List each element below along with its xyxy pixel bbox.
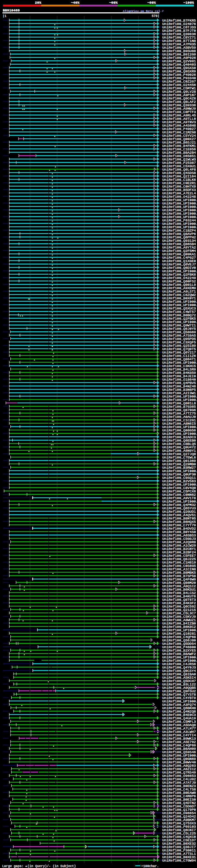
svg-text:~60%: ~60% xyxy=(109,1,118,5)
svg-text:=100char.: =100char. xyxy=(141,864,159,868)
svg-text:(in Query)/- (in Subject): (in Query)/- (in Subject) xyxy=(27,864,76,868)
svg-text:578|: 578| xyxy=(152,14,159,18)
svg-text:Large gaps:: Large gaps: xyxy=(2,864,23,868)
svg-text:~40%: ~40% xyxy=(71,1,79,5)
svg-text:|1: |1 xyxy=(2,14,6,18)
svg-text:UniRef100_C7GW94: UniRef100_C7GW94 xyxy=(162,859,196,863)
svg-text:~80%: ~80% xyxy=(147,1,156,5)
svg-text:BB910469: BB910469 xyxy=(3,8,20,12)
svg-text:20%: 20% xyxy=(35,1,41,5)
svg-text:~100%: ~100% xyxy=(183,1,194,5)
